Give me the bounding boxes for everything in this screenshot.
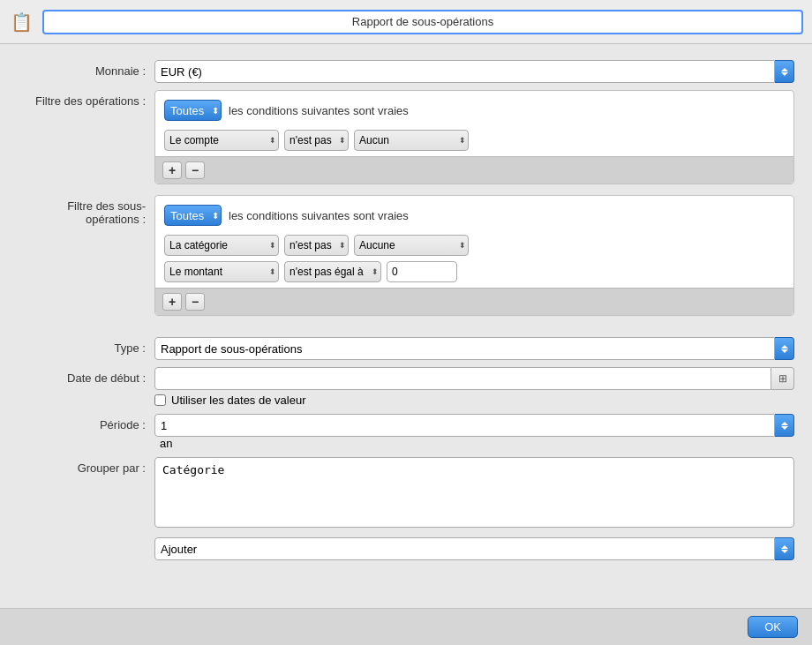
filtre-ops-row-1: Le compte n'est pas Aucun [164, 130, 785, 151]
ajouter-arrow-down [781, 550, 788, 553]
filtre-sous-ops-row: Filtre des sous-opérations : Toutes les … [18, 195, 794, 316]
periode-unit: an [160, 437, 172, 450]
ajouter-control: Ajouter [154, 537, 794, 560]
grouper-par-textarea[interactable]: Catégorie [154, 457, 794, 528]
monnaie-arrow-down [781, 72, 788, 76]
bottom-bar: OK [0, 608, 812, 645]
ok-button[interactable]: OK [748, 616, 798, 638]
title-input[interactable] [42, 10, 803, 34]
sous-ops-field1-select[interactable]: La catégorie [164, 235, 279, 256]
date-debut-control: ⊞ Utiliser les dates de valeur [154, 367, 794, 407]
ops-operator-wrapper: n'est pas [284, 130, 349, 151]
ajouter-arrow-btn[interactable] [775, 537, 794, 560]
sous-ops-val2-input[interactable] [387, 261, 457, 282]
periode-select[interactable]: 1 [154, 414, 775, 437]
periode-arrow-down [781, 426, 788, 430]
ajouter-select-wrapper: Ajouter [154, 537, 794, 560]
type-control: Rapport de sous-opérations [154, 337, 794, 360]
utiliser-dates-label: Utiliser les dates de valeur [171, 394, 305, 407]
filtre-sous-ops-control: Toutes les conditions suivantes sont vra… [154, 195, 794, 316]
date-debut-label: Date de début : [18, 367, 154, 385]
filtre-ops-footer: + − [155, 156, 793, 184]
filtre-sous-ops-box: Toutes les conditions suivantes sont vra… [154, 195, 794, 316]
type-arrow-up [781, 345, 788, 349]
sous-ops-field1-wrapper: La catégorie [164, 235, 279, 256]
date-calendar-btn[interactable]: ⊞ [771, 367, 794, 390]
monnaie-label: Monnaie : [18, 60, 154, 78]
sous-ops-val1-select[interactable]: Aucune [354, 235, 469, 256]
filtre-operations-label: Filtre des opérations : [18, 90, 154, 108]
app-icon: 📋 [9, 10, 34, 34]
filtre-operations-box: Toutes les conditions suivantes sont vra… [154, 90, 794, 184]
type-label: Type : [18, 337, 154, 355]
filtre-sous-ops-remove-btn[interactable]: − [185, 293, 205, 311]
utiliser-dates-checkbox[interactable] [154, 394, 166, 406]
ops-operator-select[interactable]: n'est pas [284, 130, 349, 151]
main-content: Monnaie : EUR (€) Filtre des opérations … [0, 44, 812, 608]
periode-control: 1 an [154, 414, 794, 450]
toutes-1-wrapper: Toutes [164, 100, 222, 121]
ajouter-row: Ajouter [18, 537, 794, 560]
ajouter-label-spacer [18, 537, 154, 542]
filtre-sous-ops-header: Toutes les conditions suivantes sont vra… [164, 205, 785, 226]
ops-value-select[interactable]: Aucun [354, 130, 469, 151]
title-bar: 📋 [0, 0, 812, 44]
utiliser-dates-row: Utiliser les dates de valeur [154, 394, 794, 407]
ops-field-select[interactable]: Le compte [164, 130, 279, 151]
type-select-wrapper: Rapport de sous-opérations [154, 337, 794, 360]
filtre-ops-remove-btn[interactable]: − [185, 161, 205, 179]
toutes-1-select[interactable]: Toutes [164, 100, 222, 121]
filtre-sous-ops-add-btn[interactable]: + [162, 293, 182, 311]
sous-ops-op1-wrapper: n'est pas [284, 235, 349, 256]
type-row: Type : Rapport de sous-opérations [18, 337, 794, 360]
toutes-2-select[interactable]: Toutes [164, 205, 222, 226]
periode-row: Période : 1 an [18, 414, 794, 450]
type-arrow-down [781, 349, 788, 353]
filtre-sous-ops-label: Filtre des sous-opérations : [18, 195, 154, 226]
grouper-par-control: Catégorie [154, 457, 794, 530]
filtre-ops-add-btn[interactable]: + [162, 161, 182, 179]
filtre-sous-ops-row-2: Le montant n'est pas égal à [164, 261, 785, 282]
grouper-par-label: Grouper par : [18, 457, 154, 475]
periode-label: Période : [18, 414, 154, 431]
ajouter-select[interactable]: Ajouter [154, 537, 775, 560]
monnaie-arrow-up [781, 68, 788, 71]
periode-input-wrapper: 1 [154, 414, 794, 437]
sous-ops-op2-select[interactable]: n'est pas égal à [284, 261, 381, 282]
sous-ops-op1-select[interactable]: n'est pas [284, 235, 349, 256]
sous-ops-field2-wrapper: Le montant [164, 261, 279, 282]
monnaie-select-wrapper: EUR (€) [154, 60, 794, 83]
filtre-sous-ops-condition-text: les conditions suivantes sont vraies [229, 209, 409, 222]
ajouter-arrow-up [781, 545, 788, 549]
filtre-sous-ops-row-1: La catégorie n'est pas Aucune [164, 235, 785, 256]
toutes-2-wrapper: Toutes [164, 205, 222, 226]
type-arrow-btn[interactable] [775, 337, 794, 360]
filtre-operations-control: Toutes les conditions suivantes sont vra… [154, 90, 794, 184]
filtre-sous-ops-footer: + − [155, 288, 793, 315]
date-input-wrapper: ⊞ [154, 367, 794, 390]
ops-field-wrapper: Le compte [164, 130, 279, 151]
monnaie-row: Monnaie : EUR (€) [18, 60, 794, 83]
periode-arrow-up [781, 422, 788, 425]
filtre-operations-header: Toutes les conditions suivantes sont vra… [164, 100, 785, 121]
ops-value-wrapper: Aucun [354, 130, 469, 151]
monnaie-control: EUR (€) [154, 60, 794, 83]
periode-arrow-btn[interactable] [775, 414, 794, 437]
date-debut-row: Date de début : ⊞ Utiliser les dates de … [18, 367, 794, 407]
sous-ops-field2-select[interactable]: Le montant [164, 261, 279, 282]
filtre-ops-condition-text: les conditions suivantes sont vraies [229, 104, 409, 117]
filtre-operations-row: Filtre des opérations : Toutes les condi… [18, 90, 794, 184]
sous-ops-val1-wrapper: Aucune [354, 235, 469, 256]
grouper-par-row: Grouper par : Catégorie [18, 457, 794, 530]
date-debut-input[interactable] [154, 367, 771, 390]
monnaie-arrow-btn[interactable] [775, 60, 794, 83]
sous-ops-op2-wrapper: n'est pas égal à [284, 261, 381, 282]
type-select[interactable]: Rapport de sous-opérations [154, 337, 775, 360]
monnaie-select[interactable]: EUR (€) [154, 60, 775, 83]
